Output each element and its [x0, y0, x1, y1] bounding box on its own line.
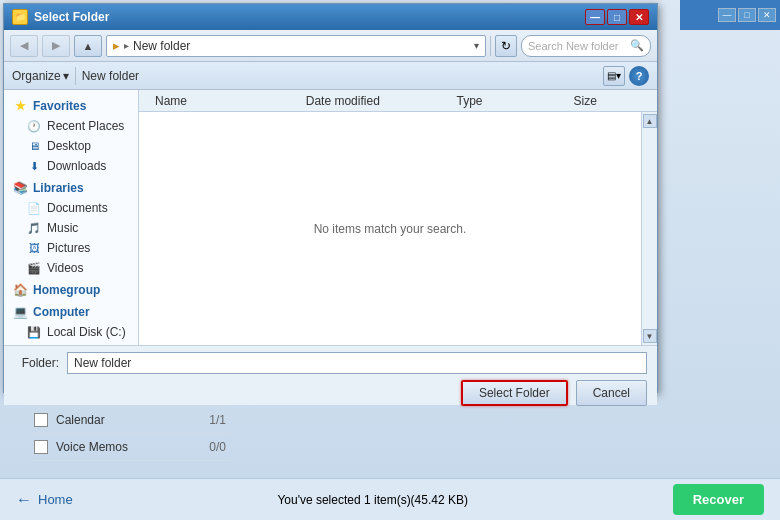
organize-button[interactable]: Organize ▾: [12, 69, 69, 83]
pictures-icon: 🖼: [26, 241, 42, 255]
pictures-label: Pictures: [47, 241, 90, 255]
libraries-section: 📚 Libraries 📄 Documents 🎵 Music 🖼 Pictur…: [4, 178, 138, 278]
path-folder-icon: ▸: [113, 38, 120, 53]
organize-label: Organize: [12, 69, 61, 83]
list-item: Calendar 1/1: [30, 407, 230, 434]
sidebar-item-pictures[interactable]: 🖼 Pictures: [4, 238, 138, 258]
col-name-header[interactable]: Name: [147, 94, 298, 108]
homegroup-label: Homegroup: [33, 283, 100, 297]
dialog-main: ★ Favorites 🕐 Recent Places 🖥 Desktop ⬇ …: [4, 90, 657, 345]
calendar-count: 1/1: [209, 413, 226, 427]
folder-input[interactable]: [67, 352, 647, 374]
sidebar-item-desktop[interactable]: 🖥 Desktop: [4, 136, 138, 156]
star-icon: ★: [12, 99, 28, 113]
favorites-label: Favorites: [33, 99, 86, 113]
refresh-button[interactable]: ↻: [495, 35, 517, 57]
select-folder-dialog: 📁 Select Folder — □ ✕ ◀ ▶ ▲ ▸ ▸ New fold…: [3, 3, 658, 393]
download-icon: ⬇: [26, 159, 42, 173]
music-label: Music: [47, 221, 78, 235]
dialog-close-btn[interactable]: ✕: [629, 9, 649, 25]
dialog-action-toolbar: Organize ▾ New folder ▤▾ ?: [4, 62, 657, 90]
select-folder-button[interactable]: Select Folder: [461, 380, 568, 406]
footer-buttons: Select Folder Cancel: [14, 380, 647, 406]
content-body: No items match your search.: [139, 112, 641, 345]
folder-row: Folder:: [14, 352, 647, 374]
calendar-label: Calendar: [56, 413, 105, 427]
organize-arrow-icon: ▾: [63, 69, 69, 83]
search-icon: 🔍: [630, 39, 644, 52]
content-area: Name Date modified Type Size No items ma…: [139, 90, 657, 345]
music-icon: 🎵: [26, 221, 42, 235]
voicememos-checkbox[interactable]: [34, 440, 48, 454]
view-button[interactable]: ▤▾: [603, 66, 625, 86]
vertical-scrollbar[interactable]: ▲ ▼: [641, 112, 657, 345]
computer-section: 💻 Computer 💾 Local Disk (C:) ▸ 💾 10 (250…: [4, 302, 138, 345]
sidebar: ★ Favorites 🕐 Recent Places 🖥 Desktop ⬇ …: [4, 90, 139, 345]
dialog-maximize-btn[interactable]: □: [607, 9, 627, 25]
libraries-label: Libraries: [33, 181, 84, 195]
browser-controls: — □ ✕: [680, 0, 780, 30]
computer-icon: 💻: [12, 305, 28, 319]
desktop-icon: 🖥: [26, 139, 42, 153]
col-type-header[interactable]: Type: [449, 94, 566, 108]
recent-places-label: Recent Places: [47, 119, 124, 133]
browser-close-btn[interactable]: ✕: [758, 8, 776, 22]
path-text: New folder: [133, 39, 190, 53]
col-size-header[interactable]: Size: [566, 94, 649, 108]
dialog-footer: Folder: Select Folder Cancel: [4, 345, 657, 405]
back-button[interactable]: ◀: [10, 35, 38, 57]
documents-icon: 📄: [26, 201, 42, 215]
search-box[interactable]: Search New folder 🔍: [521, 35, 651, 57]
empty-message: No items match your search.: [314, 222, 467, 236]
sidebar-item-local-disk[interactable]: 💾 Local Disk (C:): [4, 322, 138, 342]
selection-info: You've selected 1 item(s)(45.42 KB): [277, 493, 468, 507]
path-dropdown-icon[interactable]: ▾: [474, 40, 479, 51]
sidebar-libraries-header[interactable]: 📚 Libraries: [4, 178, 138, 198]
dialog-title: 📁 Select Folder: [12, 9, 109, 25]
address-bar[interactable]: ▸ ▸ New folder ▾: [106, 35, 486, 57]
home-link[interactable]: ← Home: [16, 491, 73, 509]
dialog-title-text: Select Folder: [34, 10, 109, 24]
search-placeholder: Search New folder: [528, 40, 619, 52]
documents-label: Documents: [47, 201, 108, 215]
content-scroll-area: No items match your search. ▲ ▼: [139, 112, 657, 345]
help-button[interactable]: ?: [629, 66, 649, 86]
downloads-label: Downloads: [47, 159, 106, 173]
sidebar-item-videos[interactable]: 🎬 Videos: [4, 258, 138, 278]
local-disk-label: Local Disk (C:): [47, 325, 126, 339]
new-folder-button[interactable]: New folder: [82, 69, 139, 83]
sidebar-homegroup-header[interactable]: 🏠 Homegroup: [4, 280, 138, 300]
calendar-checkbox[interactable]: [34, 413, 48, 427]
library-icon: 📚: [12, 181, 28, 195]
path-arrow-icon: ▸: [124, 40, 129, 51]
dialog-titlebar: 📁 Select Folder — □ ✕: [4, 4, 657, 30]
recover-button[interactable]: Recover: [673, 484, 764, 515]
scroll-down-btn[interactable]: ▼: [643, 329, 657, 343]
sidebar-item-recent-places[interactable]: 🕐 Recent Places: [4, 116, 138, 136]
cancel-button[interactable]: Cancel: [576, 380, 647, 406]
sidebar-item-documents[interactable]: 📄 Documents: [4, 198, 138, 218]
voicememos-count: 0/0: [209, 440, 226, 454]
home-arrow-icon: ←: [16, 491, 32, 509]
favorites-section: ★ Favorites 🕐 Recent Places 🖥 Desktop ⬇ …: [4, 96, 138, 176]
sidebar-favorites-header[interactable]: ★ Favorites: [4, 96, 138, 116]
col-date-header[interactable]: Date modified: [298, 94, 449, 108]
browser-min-btn[interactable]: —: [718, 8, 736, 22]
sidebar-item-drive-f[interactable]: ▸ 💾 10 (250GB) (F:): [4, 342, 138, 345]
bottom-bar: ← Home You've selected 1 item(s)(45.42 K…: [0, 478, 780, 520]
toolbar2-right: ▤▾ ?: [603, 66, 649, 86]
browser-max-btn[interactable]: □: [738, 8, 756, 22]
up-button[interactable]: ▲: [74, 35, 102, 57]
videos-label: Videos: [47, 261, 83, 275]
homegroup-icon: 🏠: [12, 283, 28, 297]
sidebar-computer-header[interactable]: 💻 Computer: [4, 302, 138, 322]
sidebar-item-downloads[interactable]: ⬇ Downloads: [4, 156, 138, 176]
folder-icon: 📁: [12, 9, 28, 25]
clock-icon: 🕐: [26, 119, 42, 133]
dialog-minimize-btn[interactable]: —: [585, 9, 605, 25]
toolbar-separator: [490, 36, 491, 56]
column-headers: Name Date modified Type Size: [139, 90, 657, 112]
scroll-up-btn[interactable]: ▲: [643, 114, 657, 128]
forward-button[interactable]: ▶: [42, 35, 70, 57]
sidebar-item-music[interactable]: 🎵 Music: [4, 218, 138, 238]
